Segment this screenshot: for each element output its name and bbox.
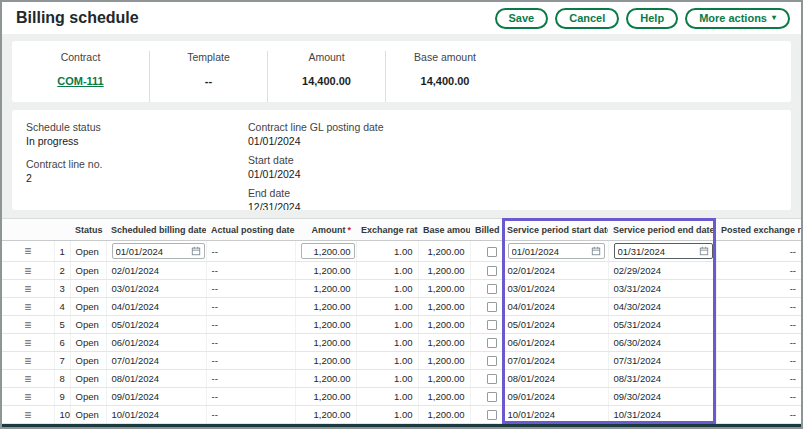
amount: 1,200.00 <box>295 388 356 406</box>
exchange-rate: 1.00 <box>356 334 418 352</box>
col-posted-exchange-rate: Posted exchange rate <box>716 219 801 241</box>
billed-checkbox[interactable] <box>487 302 497 312</box>
base-amount: 1,200.00 <box>418 370 470 388</box>
amount-label: Amount <box>276 51 377 63</box>
service-period-end-date: 05/31/2024 <box>608 316 716 334</box>
summary-contract: Contract COM-111 <box>12 51 150 102</box>
end-date-label: End date <box>248 186 384 200</box>
base-amount: 1,200.00 <box>418 298 470 316</box>
drag-handle-icon[interactable]: ≡ <box>24 390 31 404</box>
service-period-start-date: 10/01/2024 <box>502 406 608 424</box>
actual-posting-date: -- <box>206 241 295 262</box>
amount: 1,200.00 <box>295 352 356 370</box>
schedule-status-label: Schedule status <box>26 120 248 134</box>
drag-handle-icon[interactable]: ≡ <box>24 408 31 422</box>
gl-posting-date-label: Contract line GL posting date <box>248 120 384 134</box>
billed-checkbox[interactable] <box>487 410 497 420</box>
base-amount: 1,200.00 <box>418 352 470 370</box>
details-right-column: Contract line GL posting date 01/01/2024… <box>248 120 384 210</box>
drag-handle-icon[interactable]: ≡ <box>24 372 31 386</box>
drag-handle-icon[interactable]: ≡ <box>24 264 31 278</box>
scheduled-billing-date-input[interactable] <box>116 246 189 257</box>
row-number: 10 <box>54 406 70 424</box>
start-date-label: Start date <box>248 153 384 167</box>
schedule-status-field: Schedule status In progress <box>26 120 248 148</box>
service-period-start-date-input[interactable] <box>512 246 589 257</box>
service-period-end-date[interactable] <box>614 243 713 259</box>
amount: 1,200.00 <box>295 370 356 388</box>
base-amount: 1,200.00 <box>418 388 470 406</box>
posted-exchange-rate: -- <box>716 262 801 280</box>
contract-link[interactable]: COM-111 <box>57 75 103 87</box>
service-period-start-date[interactable] <box>508 243 605 259</box>
col-exchange-rate: Exchange rate <box>356 219 418 241</box>
billed-checkbox[interactable] <box>487 266 497 276</box>
scheduled-billing-date: 06/01/2024 <box>106 334 206 352</box>
row-status: Open <box>70 280 106 298</box>
billed-checkbox[interactable] <box>487 247 497 257</box>
billing-row-4: ≡4Open04/01/2024--1,200.001.001,200.0004… <box>2 298 801 316</box>
col-base-amount: Base amount <box>418 219 470 241</box>
calendar-icon[interactable] <box>191 246 201 256</box>
scheduled-billing-date[interactable] <box>112 243 205 259</box>
row-status: Open <box>70 241 106 262</box>
col-actual-posting-date: Actual posting date <box>206 219 295 241</box>
billed-checkbox[interactable] <box>487 284 497 294</box>
billing-row-8: ≡8Open08/01/2024--1,200.001.001,200.0008… <box>2 370 801 388</box>
drag-handle-icon[interactable]: ≡ <box>24 282 31 296</box>
contract-line-no-value: 2 <box>26 171 248 185</box>
billing-row-3: ≡3Open03/01/2024--1,200.001.001,200.0003… <box>2 280 801 298</box>
calendar-icon[interactable] <box>699 246 709 256</box>
row-status: Open <box>70 262 106 280</box>
help-button[interactable]: Help <box>626 8 678 29</box>
service-period-end-date: 10/31/2024 <box>608 406 716 424</box>
calendar-icon[interactable] <box>591 246 601 256</box>
col-row-number <box>54 219 70 241</box>
schedule-status-value: In progress <box>26 134 248 148</box>
drag-handle-icon[interactable]: ≡ <box>24 318 31 332</box>
base-amount: 1,200.00 <box>418 316 470 334</box>
col-amount: Amount* <box>295 219 356 241</box>
drag-handle-icon[interactable]: ≡ <box>24 354 31 368</box>
service-period-end-date: 08/31/2024 <box>608 370 716 388</box>
amount-input[interactable] <box>301 243 355 259</box>
billed-checkbox[interactable] <box>487 392 497 402</box>
row-status: Open <box>70 388 106 406</box>
scheduled-billing-date: 10/01/2024 <box>106 406 206 424</box>
actual-posting-date: -- <box>206 406 295 424</box>
drag-handle-icon[interactable]: ≡ <box>24 336 31 350</box>
save-button[interactable]: Save <box>495 8 549 29</box>
col-status: Status <box>70 219 106 241</box>
more-actions-button[interactable]: More actions ▾ <box>685 8 790 29</box>
chevron-down-icon: ▾ <box>772 14 776 22</box>
row-number: 1 <box>54 241 70 262</box>
billed-checkbox[interactable] <box>487 374 497 384</box>
billed-checkbox[interactable] <box>487 338 497 348</box>
service-period-end-date: 02/29/2024 <box>608 262 716 280</box>
billed-checkbox[interactable] <box>487 356 497 366</box>
service-period-end-date-input[interactable] <box>618 246 697 257</box>
start-date-value: 01/01/2024 <box>248 167 384 181</box>
template-value: -- <box>205 75 212 87</box>
exchange-rate: 1.00 <box>356 298 418 316</box>
contract-label: Contract <box>20 51 141 63</box>
posted-exchange-rate: -- <box>716 388 801 406</box>
scheduled-billing-date: 02/01/2024 <box>106 262 206 280</box>
cancel-button[interactable]: Cancel <box>555 8 619 29</box>
billed-checkbox[interactable] <box>487 320 497 330</box>
posted-exchange-rate: -- <box>716 241 801 262</box>
row-number: 2 <box>54 262 70 280</box>
row-status: Open <box>70 334 106 352</box>
service-period-start-date: 08/01/2024 <box>502 370 608 388</box>
drag-handle-icon[interactable]: ≡ <box>24 300 31 314</box>
billing-row-1: ≡1Open--1.001,200.00-- <box>2 241 801 262</box>
exchange-rate: 1.00 <box>356 241 418 262</box>
col-scheduled-billing-date: Scheduled billing date* <box>106 219 206 241</box>
footer-bar <box>2 424 801 429</box>
service-period-start-date: 09/01/2024 <box>502 388 608 406</box>
col-service-period-end: Service period end date <box>608 219 716 241</box>
details-left-column: Schedule status In progress Contract lin… <box>26 120 248 210</box>
service-period-end-date: 04/30/2024 <box>608 298 716 316</box>
gl-posting-date-value: 01/01/2024 <box>248 134 384 148</box>
drag-handle-icon[interactable]: ≡ <box>24 244 31 258</box>
